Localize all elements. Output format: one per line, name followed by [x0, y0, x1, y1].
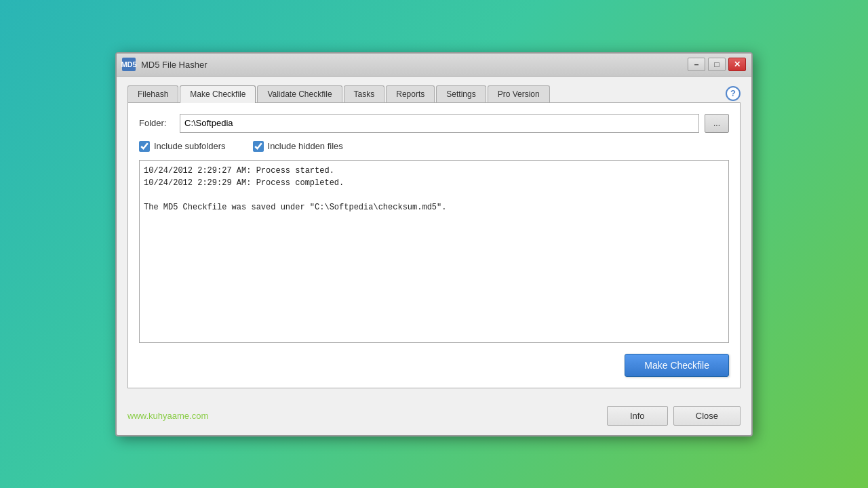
- window-title: MD5 File Hasher: [141, 60, 688, 70]
- tab-pro-version[interactable]: Pro Version: [488, 85, 550, 102]
- titlebar-buttons: – □ ✕: [688, 58, 746, 71]
- tab-make-checkfile[interactable]: Make Checkfile: [180, 85, 256, 103]
- include-subfolders-checkbox[interactable]: Include subfolders: [139, 141, 226, 152]
- tab-validate-checkfile[interactable]: Validate Checkfile: [257, 85, 342, 102]
- footer-buttons: Info Close: [607, 406, 741, 426]
- main-window: MD5 MD5 File Hasher – □ ✕ Filehash Make …: [115, 52, 753, 436]
- make-checkfile-button[interactable]: Make Checkfile: [625, 354, 729, 377]
- close-window-button[interactable]: ✕: [728, 58, 746, 71]
- title-bar: MD5 MD5 File Hasher – □ ✕: [117, 54, 751, 77]
- tab-content: Folder: ... Include subfolders Include h…: [127, 102, 741, 388]
- include-subfolders-input[interactable]: [139, 141, 150, 152]
- tab-tasks[interactable]: Tasks: [344, 85, 385, 102]
- include-hidden-files-label: Include hidden files: [268, 141, 343, 151]
- tab-reports[interactable]: Reports: [386, 85, 435, 102]
- minimize-button[interactable]: –: [688, 58, 705, 71]
- checkboxes-row: Include subfolders Include hidden files: [139, 141, 729, 152]
- folder-input[interactable]: [180, 114, 699, 133]
- tab-settings[interactable]: Settings: [436, 85, 486, 102]
- include-hidden-files-checkbox[interactable]: Include hidden files: [253, 141, 343, 152]
- log-output[interactable]: 10/24/2012 2:29:27 AM: Process started. …: [139, 160, 729, 343]
- include-subfolders-label: Include subfolders: [154, 141, 226, 151]
- make-checkfile-row: Make Checkfile: [139, 354, 729, 377]
- window-body: Filehash Make Checkfile Validate Checkfi…: [117, 77, 751, 399]
- app-icon: MD5: [122, 58, 136, 71]
- info-button[interactable]: Info: [607, 406, 668, 426]
- tab-bar: Filehash Make Checkfile Validate Checkfi…: [127, 85, 741, 102]
- maximize-button[interactable]: □: [708, 58, 726, 71]
- watermark-text: www.kuhyaame.com: [127, 411, 208, 421]
- footer: www.kuhyaame.com Info Close: [117, 399, 751, 435]
- tab-filehash[interactable]: Filehash: [127, 85, 178, 102]
- help-button[interactable]: ?: [726, 86, 741, 101]
- browse-button[interactable]: ...: [705, 114, 729, 133]
- include-hidden-files-input[interactable]: [253, 141, 264, 152]
- close-button[interactable]: Close: [673, 406, 741, 426]
- folder-label: Folder:: [139, 118, 174, 128]
- folder-row: Folder: ...: [139, 114, 729, 133]
